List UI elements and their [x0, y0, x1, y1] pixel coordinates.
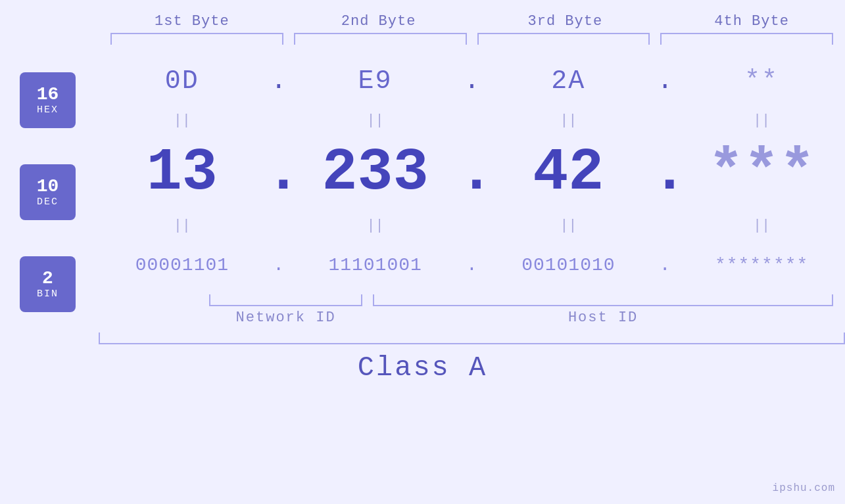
byte-header-2: 2nd Byte [285, 13, 472, 30]
bin-b3: 00101010 [485, 255, 652, 275]
dec-dot-2: . [459, 143, 485, 202]
byte-header-1: 1st Byte [99, 13, 285, 30]
bottom-bracket-network [209, 294, 362, 306]
content-area: 0D . E9 . 2A . ** || || || || 13 . 233 .… [0, 55, 845, 326]
bin-b2: 11101001 [292, 255, 459, 275]
hex-row: 0D . E9 . 2A . ** [99, 55, 845, 107]
host-id-label: Host ID [373, 309, 833, 326]
eq-1-b2: || [292, 112, 459, 129]
eq-2-b4: || [678, 218, 845, 234]
byte-header-4: 4th Byte [658, 13, 845, 30]
bin-dot-3: . [652, 255, 678, 275]
bin-b4: ******** [678, 255, 845, 275]
eq-1-b3: || [485, 112, 652, 129]
main-container: 1st Byte 2nd Byte 3rd Byte 4th Byte 16 H… [0, 0, 845, 504]
byte-header-3: 3rd Byte [472, 13, 659, 30]
hex-b3: 2A [485, 66, 652, 96]
top-bracket-2 [294, 33, 467, 45]
hex-b1: 0D [99, 66, 266, 96]
top-bracket-1 [110, 33, 283, 45]
hex-dot-1: . [266, 66, 292, 96]
dec-dot-1: . [266, 143, 292, 202]
id-labels: Network ID Host ID [197, 309, 845, 326]
eq-2-b1: || [99, 218, 266, 234]
equals-row-2: || || || || [99, 212, 845, 239]
class-label: Class A [0, 352, 845, 384]
bin-dot-2: . [459, 255, 485, 275]
eq-2-b3: || [485, 218, 652, 234]
equals-row-1: || || || || [99, 107, 845, 133]
eq-1-b4: || [678, 112, 845, 129]
top-brackets [99, 33, 845, 45]
top-bracket-3 [477, 33, 650, 45]
big-bottom-bracket [99, 332, 845, 344]
top-bracket-4 [660, 33, 833, 45]
hex-dot-3: . [652, 66, 678, 96]
eq-1-b1: || [99, 112, 266, 129]
bin-dot-1: . [266, 255, 292, 275]
dec-b2: 233 [292, 143, 459, 202]
bottom-bracket-host [373, 294, 833, 306]
dec-b4: *** [678, 143, 845, 202]
dec-b3: 42 [485, 143, 652, 202]
watermark: ipshu.com [773, 482, 835, 494]
bottom-brackets [197, 294, 845, 306]
eq-2-b2: || [292, 218, 459, 234]
byte-headers: 1st Byte 2nd Byte 3rd Byte 4th Byte [0, 13, 845, 30]
bin-b1: 00001101 [99, 255, 266, 275]
hex-b4: ** [678, 66, 845, 96]
dec-dot-3: . [652, 143, 678, 202]
bin-row: 00001101 . 11101001 . 00101010 . *******… [99, 239, 845, 291]
dec-row: 13 . 233 . 42 . *** [99, 133, 845, 212]
hex-dot-2: . [459, 66, 485, 96]
hex-b2: E9 [292, 66, 459, 96]
dec-b1: 13 [99, 143, 266, 202]
network-id-label: Network ID [209, 309, 362, 326]
